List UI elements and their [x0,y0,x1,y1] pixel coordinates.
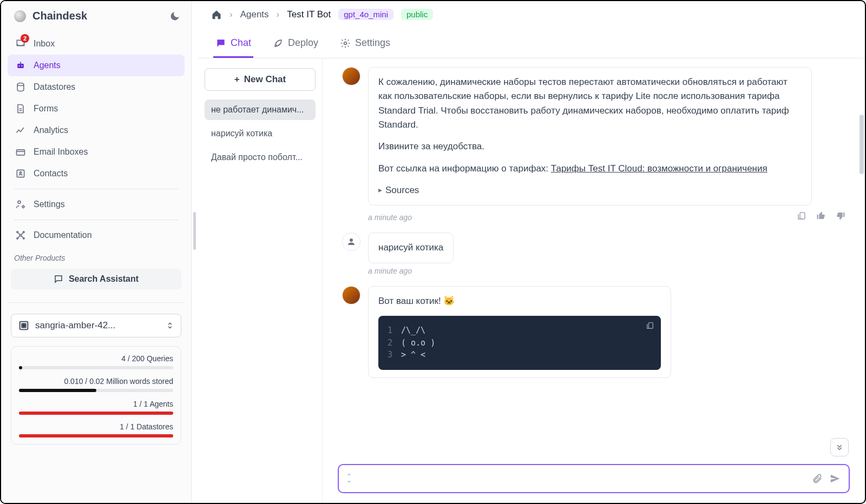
sidebar-item-agents[interactable]: Agents [8,55,185,76]
message-input[interactable] [358,469,805,488]
svg-point-1 [18,65,19,67]
clipboard-icon [797,211,806,221]
sidebar-item-documentation[interactable]: Documentation [8,224,185,246]
sidebar-item-label: Contacts [34,169,68,178]
svg-point-7 [18,201,21,203]
usage-datastores: 1 / 1 Datastores [19,422,173,431]
model-pill: gpt_4o_mini [338,9,393,20]
chevron-up-down-icon [166,320,174,331]
breadcrumb-agents[interactable]: Agents [240,9,269,20]
sidebar-item-email-inboxes[interactable]: Email Inboxes [8,141,185,163]
tab-label: Settings [355,37,390,49]
new-chat-button[interactable]: + New Chat [205,68,316,91]
api-icon [15,230,26,241]
thumbs-up-icon [816,211,826,221]
sidebar-item-inbox[interactable]: Inbox 2 [8,33,185,55]
chat-icon [215,38,226,49]
sidebar-item-analytics[interactable]: Analytics [8,120,185,141]
new-chat-label: New Chat [244,74,286,85]
divider [14,189,178,189]
home-icon[interactable] [211,9,222,20]
svg-rect-16 [800,213,805,219]
chart-icon [15,125,26,136]
mailbox-icon [15,147,26,157]
breadcrumb-bot[interactable]: Test IT Bot [287,9,331,20]
tabs: Chat Deploy Settings [198,28,865,58]
rocket-icon [273,38,284,49]
sidebar-item-settings[interactable]: Settings [8,194,185,215]
message-text: Вот ваш котик! 🐱 [378,294,661,308]
usage-panel: 4 / 200 Queries 0.010 / 0.02 Million wor… [11,346,181,445]
person-icon [346,237,356,247]
sidebar-item-label: Documentation [34,230,92,240]
org-name: sangria-amber-42... [35,320,115,331]
send-button[interactable] [829,473,841,485]
brand-logo [14,10,26,22]
send-icon [829,473,841,485]
usage-queries-bar [19,366,173,369]
brand[interactable]: Chaindesk [14,10,87,22]
sidebar-item-label: Analytics [34,125,68,135]
usage-queries: 4 / 200 Queries [19,354,173,363]
copy-button[interactable] [797,211,806,221]
conversation-item[interactable]: не работает динамич... [205,100,316,120]
code-line: /\_/\ [401,324,425,337]
sources-disclosure[interactable]: Sources [378,183,802,197]
settings-icon [15,199,26,210]
tab-settings[interactable]: Settings [338,30,392,58]
breadcrumb: › Agents › Test IT Bot gpt_4o_mini publi… [198,1,865,28]
sidebar: Chaindesk Inbox 2 Agents [1,1,192,503]
message-assistant: К сожалению, динамические наборы тестов … [342,67,845,222]
sidebar-item-contacts[interactable]: Contacts [8,163,185,184]
tariffs-link[interactable]: Тарифы Test IT Cloud: возможности и огра… [551,163,767,174]
copy-code-button[interactable] [646,321,654,330]
search-assistant-label: Search Assistant [69,274,139,284]
usage-words: 0.010 / 0.02 Million words stored [19,377,173,386]
paperclip-icon [812,473,823,484]
conversation-item[interactable]: нарисуй котика [205,123,316,144]
thumbs-up-button[interactable] [816,211,826,221]
sidebar-resize-handle[interactable] [192,1,198,503]
divider [8,302,185,303]
message-text: Извините за неудобства. [378,140,802,154]
svg-point-3 [17,83,24,86]
message-text: нарисуй котика [378,242,443,253]
other-products-label: Other Products [1,248,191,266]
assistant-avatar [342,67,360,85]
svg-point-2 [21,65,22,67]
message-composer: ⌃⌄ [338,464,850,493]
contacts-icon [15,168,26,179]
sources-label[interactable]: Sources [378,183,802,197]
tab-chat[interactable]: Chat [213,30,253,58]
message-timestamp: a minute ago [368,213,412,222]
expand-composer-button[interactable]: ⌃⌄ [346,475,352,482]
sidebar-item-label: Email Inboxes [34,147,88,157]
code-block: 1 /\_/\ 2( o.o ) 3 > ^ < [378,316,661,370]
sidebar-item-label: Inbox [34,39,55,49]
sidebar-item-label: Settings [34,200,65,209]
message-bubble: К сожалению, динамические наборы тестов … [368,67,812,205]
theme-toggle[interactable] [169,11,180,22]
attach-button[interactable] [812,473,823,484]
message-text: Вот ссылка на информацию о тарифах: Тари… [378,162,802,176]
database-icon [15,82,26,92]
tab-deploy[interactable]: Deploy [271,30,320,58]
thumbs-down-button[interactable] [836,211,845,221]
scroll-to-bottom-button[interactable] [830,438,849,456]
conversation-item[interactable]: Давай просто поболт... [205,147,316,168]
message-actions [797,211,845,221]
sidebar-item-datastores[interactable]: Datastores [8,76,185,98]
clipboard-icon [646,321,654,330]
main: › Agents › Test IT Bot gpt_4o_mini publi… [198,1,865,503]
code-line: > ^ < [401,349,425,361]
org-selector[interactable]: sangria-amber-42... [11,314,181,337]
search-assistant-button[interactable]: Search Assistant [11,269,181,289]
message-list: К сожалению, динамические наборы тестов … [323,58,865,460]
sidebar-item-forms[interactable]: Forms [8,98,185,120]
svg-point-17 [350,238,353,242]
scrollbar[interactable] [860,115,864,174]
robot-icon [15,60,26,71]
sidebar-item-label: Agents [34,61,61,70]
brand-name: Chaindesk [32,10,87,22]
svg-point-9 [19,234,21,236]
